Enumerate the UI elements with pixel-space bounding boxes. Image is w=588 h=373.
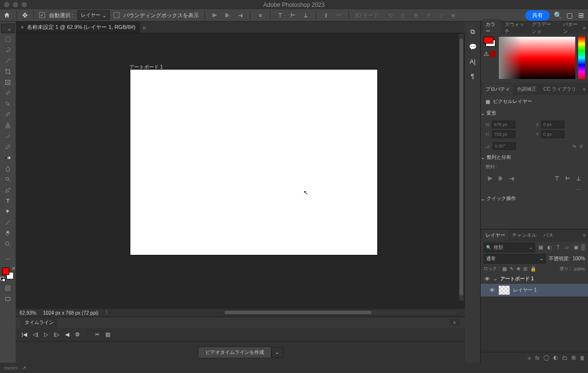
lock-nest-icon[interactable]: ⊞: [523, 266, 527, 272]
lock-paint-icon[interactable]: ✎: [510, 266, 514, 272]
blur-tool[interactable]: [1, 164, 15, 174]
fg-bg-colors[interactable]: ⤭: [2, 268, 14, 279]
frame-indicator-icon[interactable]: ▭▭▭: [4, 365, 17, 371]
color-spectrum[interactable]: [499, 37, 575, 79]
lock-trans-icon[interactable]: ▦: [502, 266, 507, 272]
transition-icon[interactable]: ▨: [105, 331, 110, 338]
workspace-icon[interactable]: ▢: [565, 11, 573, 19]
filter-shape-icon[interactable]: ▱: [564, 244, 570, 251]
minimize-window[interactable]: [13, 2, 18, 7]
filter-smart-icon[interactable]: ▣: [572, 244, 579, 251]
align-b-icon[interactable]: ⊥: [574, 174, 583, 183]
create-timeline-button[interactable]: ビデオタイムラインを作成: [198, 347, 271, 358]
tab-paths[interactable]: パス: [540, 230, 556, 241]
opacity-value[interactable]: 100%: [572, 256, 585, 261]
lock-pos-icon[interactable]: ✥: [516, 266, 520, 272]
layer-group-dropdown[interactable]: レイヤー: [77, 10, 110, 20]
eyedropper-tool[interactable]: [1, 88, 15, 98]
close-window[interactable]: [4, 2, 9, 7]
shape-tool[interactable]: [1, 218, 15, 227]
split-icon[interactable]: ✂: [95, 331, 99, 338]
lasso-tool[interactable]: [1, 45, 15, 55]
link-layers-icon[interactable]: ⍟: [528, 355, 531, 361]
align-hcenter-icon[interactable]: ⊪: [223, 11, 232, 20]
path-select-tool[interactable]: [1, 207, 15, 217]
pen-tool[interactable]: [1, 185, 15, 195]
align-vc-icon[interactable]: ⊢: [564, 174, 572, 183]
expand-icon[interactable]: ⌄: [493, 276, 497, 281]
align-right-icon[interactable]: ⫣: [236, 11, 245, 20]
color-fg-swatch[interactable]: [484, 37, 493, 44]
quick-section[interactable]: クイック操作: [481, 193, 588, 204]
move-tool-icon[interactable]: ✥: [22, 11, 28, 19]
lock-all-icon[interactable]: 🔒: [530, 266, 536, 272]
stamp-tool[interactable]: [1, 121, 15, 130]
layer-name[interactable]: レイヤー 1: [513, 287, 537, 294]
align-top-icon[interactable]: ⊤: [276, 11, 285, 20]
wand-tool[interactable]: [1, 56, 15, 66]
new-layer-icon[interactable]: ⊞: [571, 354, 576, 361]
artboard-layer-row[interactable]: 👁 ⌄ アートボード 1: [481, 274, 588, 284]
more-options-icon[interactable]: ⋯: [334, 11, 343, 20]
width-input[interactable]: [492, 121, 515, 128]
gamut-color[interactable]: [490, 51, 496, 57]
play-icon[interactable]: ▷: [44, 331, 48, 338]
new-group-icon[interactable]: 🗀: [562, 355, 567, 361]
tab-properties[interactable]: プロパティ: [483, 84, 513, 95]
maximize-window[interactable]: [22, 2, 27, 7]
tab-close-icon[interactable]: ×: [21, 24, 24, 31]
align-vcenter-icon[interactable]: ⊢: [289, 11, 297, 20]
zoom-tool[interactable]: [1, 239, 15, 249]
transform-section[interactable]: 変形: [481, 108, 588, 119]
canvas-viewport[interactable]: アートボード 1 ↖: [16, 33, 465, 308]
doc-dimensions[interactable]: 1024 px x 768 px (72 ppi): [43, 310, 98, 316]
status-more-icon[interactable]: 〉: [105, 309, 110, 316]
timeline-menu-icon[interactable]: ≡: [449, 319, 460, 326]
flip-h-icon[interactable]: ⇋: [572, 144, 576, 149]
color-panel-menu-icon[interactable]: ≡: [583, 25, 586, 30]
arrange-icon[interactable]: ⊞: [577, 11, 585, 19]
tab-channels[interactable]: チャンネル: [509, 230, 539, 241]
align-hc-icon[interactable]: ⊪: [496, 174, 505, 183]
export-icon[interactable]: ↗: [22, 365, 26, 371]
hue-bar[interactable]: [578, 37, 585, 79]
history-panel-icon[interactable]: ⧉: [468, 27, 477, 36]
comments-panel-icon[interactable]: 💬: [468, 42, 477, 51]
distribute-v-icon[interactable]: ⦀: [321, 11, 330, 20]
swap-colors-icon[interactable]: ⤭: [12, 266, 15, 271]
brush-tool[interactable]: [1, 110, 15, 120]
tab-overflow-icon[interactable]: »: [142, 24, 146, 31]
layer-thumbnail[interactable]: [498, 285, 510, 295]
auto-select-checkbox[interactable]: [39, 12, 45, 18]
props-panel-menu-icon[interactable]: ≡: [583, 87, 586, 92]
filter-pixel-icon[interactable]: ▦: [537, 244, 544, 251]
align-l-icon[interactable]: ⊫: [486, 174, 494, 183]
crop-tool[interactable]: [1, 67, 15, 76]
bbox-checkbox[interactable]: [114, 12, 120, 18]
dodge-tool[interactable]: [1, 174, 15, 184]
visibility-icon[interactable]: 👁: [484, 276, 490, 282]
layer-filter-dropdown[interactable]: 種類: [484, 243, 535, 252]
layer-mask-icon[interactable]: ◯: [543, 354, 549, 361]
hand-tool[interactable]: [1, 228, 15, 238]
align-r-icon[interactable]: ⫣: [507, 174, 516, 183]
height-input[interactable]: [492, 130, 515, 138]
gamut-warning-icon[interactable]: ⚠: [484, 50, 489, 57]
prev-frame-icon[interactable]: ◁|: [33, 331, 38, 338]
tab-adjustments[interactable]: 色調補正: [514, 84, 539, 95]
history-brush-tool[interactable]: [1, 131, 15, 141]
heal-tool[interactable]: [1, 99, 15, 109]
timeline-type-dropdown[interactable]: ⌄: [271, 347, 283, 358]
adjustment-layer-icon[interactable]: ◐: [553, 354, 558, 361]
type-tool[interactable]: [1, 196, 15, 206]
zoom-value[interactable]: 62.93%: [20, 310, 36, 316]
artboard[interactable]: [130, 70, 377, 255]
filter-toggle-icon[interactable]: [581, 244, 585, 251]
blend-mode-dropdown[interactable]: 通常: [484, 254, 546, 264]
screen-mode-tool[interactable]: [1, 294, 15, 304]
y-input[interactable]: [541, 130, 564, 138]
artboard-layer-name[interactable]: アートボード 1: [500, 275, 534, 282]
frame-tool[interactable]: [1, 77, 15, 87]
flip-v-icon[interactable]: ⇵: [579, 144, 583, 149]
gradient-tool[interactable]: [1, 153, 15, 163]
